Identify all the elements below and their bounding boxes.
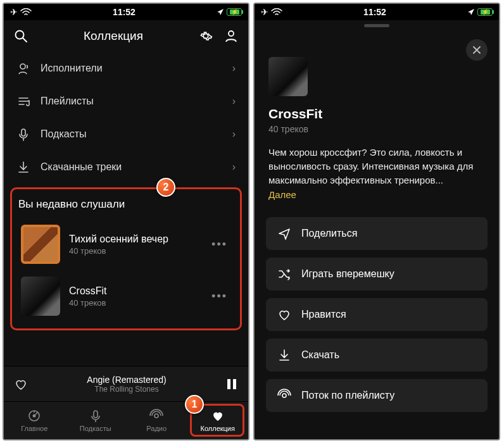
tab-label: Подкасты [80,425,111,432]
svg-rect-4 [22,129,25,136]
more-icon[interactable]: ••• [211,238,231,251]
status-bar: ✈︎ 11:52 ⚡ [4,4,248,20]
nav-playlists[interactable]: Плейлисты › [4,85,248,118]
recent-title: Вы недавно слушали [18,198,234,211]
callout-badge-2: 2 [156,178,175,197]
chevron-right-icon: › [232,63,236,74]
svg-point-10 [154,414,158,418]
pause-icon[interactable] [225,378,238,390]
status-right: ⚡ [217,8,242,16]
svg-rect-6 [233,379,236,389]
detail-description: Чем хорош кроссфит? Это сила, ловкость и… [268,146,485,187]
svg-point-2 [229,31,234,36]
nav-label: Плейлисты [41,96,94,107]
recent-item[interactable]: CrossFit 40 треков ••• [18,270,234,322]
status-time: 11:52 [113,7,135,17]
tab-podcasts[interactable]: Подкасты [65,402,127,439]
now-playing-title: Angie (Remastered) [35,375,218,385]
shuffle-button[interactable]: Играть вперемешку [266,258,488,290]
header: Коллекция [4,20,248,52]
airplane-icon: ✈︎ [10,7,18,17]
close-button[interactable] [466,39,488,61]
download-button[interactable]: Скачать [266,339,488,371]
tab-bar: Главное Подкасты Радио Коллекция 1 [4,401,248,439]
heart-icon [277,308,291,321]
status-left: ✈︎ [261,7,282,17]
playlist-cover [21,277,60,316]
search-icon[interactable] [13,28,29,44]
tab-label: Главное [21,425,47,432]
recent-item-sub: 40 треков [69,246,203,256]
recent-item-title: Тихий осенний вечер [69,234,203,245]
chevron-right-icon: › [232,161,236,173]
tab-label: Радио [146,425,167,432]
now-playing-bar[interactable]: Angie (Remastered) The Rolling Stones [4,366,248,401]
nav-podcasts[interactable]: Подкасты › [4,118,248,151]
shuffle-icon [277,267,291,281]
download-icon [16,160,30,174]
action-label: Играть вперемешку [301,268,394,280]
action-label: Поделиться [301,228,357,239]
status-right: ⚡ [467,8,493,16]
svg-point-8 [33,415,36,418]
wifi-icon [20,8,32,16]
nav-downloaded[interactable]: Скачанные треки › [4,151,248,184]
tab-label: Коллекция [201,425,235,432]
more-icon[interactable]: ••• [211,290,231,303]
recent-item-title: CrossFit [69,285,203,297]
settings-icon[interactable] [198,28,214,44]
share-button[interactable]: Поделиться [266,217,488,250]
svg-line-1 [23,38,27,42]
svg-rect-5 [227,379,230,389]
profile-icon[interactable] [223,28,239,44]
chevron-right-icon: › [232,128,236,140]
action-label: Скачать [301,349,339,361]
location-icon [467,8,475,16]
playlist-cover [268,57,308,96]
share-icon [277,227,291,240]
svg-point-11 [282,394,286,397]
svg-point-3 [20,64,25,69]
nav-artists[interactable]: Исполнители › [4,52,248,85]
svg-rect-9 [94,411,98,418]
battery-icon: ⚡ [477,8,493,16]
chevron-right-icon: › [232,96,236,107]
download-icon [277,348,291,362]
stream-button[interactable]: Поток по плейлисту [266,379,488,412]
playlist-detail: CrossFit 40 треков Чем хорош кроссфит? Э… [255,57,499,201]
playlist-icon [16,94,30,108]
page-title: Коллекция [84,29,143,43]
recent-section: 2 Вы недавно слушали Тихий осенний вечер… [10,187,242,330]
phone-left: ✈︎ 11:52 ⚡ Коллекция Исполнители › [3,3,249,440]
artist-icon [16,61,30,75]
wifi-icon [271,8,282,16]
tab-home[interactable]: Главное [4,402,65,439]
heart-icon[interactable] [14,377,28,391]
playlist-cover [21,225,60,264]
status-left: ✈︎ [10,7,32,17]
status-bar: ✈︎ 11:52 ⚡ [255,4,499,20]
nav-label: Исполнители [41,63,103,74]
sheet-grip[interactable] [255,20,499,46]
airplane-icon: ✈︎ [261,7,268,17]
recent-item[interactable]: Тихий осенний вечер 40 треков ••• [18,218,234,270]
like-button[interactable]: Нравится [266,298,488,331]
detail-sub: 40 треков [268,124,485,134]
action-label: Поток по плейлисту [301,390,394,401]
nav-label: Подкасты [41,128,86,140]
battery-icon: ⚡ [227,8,242,16]
callout-badge-1: 1 [185,395,204,414]
recent-item-sub: 40 треков [69,298,203,308]
phone-right: ✈︎ 11:52 ⚡ CrossFit 40 треков Чем хорош … [253,3,500,440]
podcast-icon [16,127,30,141]
action-label: Нравится [301,309,346,320]
detail-title: CrossFit [268,106,485,122]
action-list: Поделиться Играть вперемешку Нравится Ск… [255,201,499,412]
nav-label: Скачанные треки [41,161,122,173]
location-icon [217,8,224,16]
status-time: 11:52 [363,7,386,17]
now-playing-artist: The Rolling Stones [35,385,218,394]
radio-icon [277,389,291,402]
tab-radio[interactable]: Радио [126,402,187,439]
more-link[interactable]: Далее [268,189,296,200]
